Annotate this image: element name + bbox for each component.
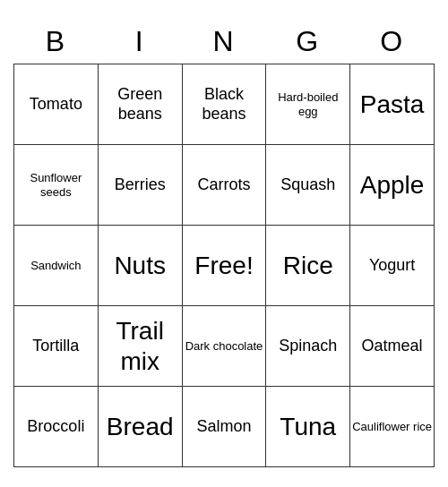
- bingo-header-letter: B: [14, 20, 99, 64]
- bingo-cell: Berries: [98, 145, 182, 226]
- bingo-cell: Free!: [182, 226, 266, 306]
- bingo-cell: Squash: [266, 145, 350, 226]
- bingo-cell: Broccoli: [14, 387, 99, 467]
- bingo-cell: Trail mix: [98, 306, 182, 387]
- cell-text: Tomato: [16, 95, 96, 115]
- cell-text: Sunflower seeds: [16, 171, 96, 199]
- cell-text: Spinach: [268, 337, 348, 356]
- cell-text: Squash: [268, 175, 348, 195]
- cell-text: Yogurt: [352, 256, 432, 276]
- cell-text: Tortilla: [16, 337, 96, 356]
- bingo-cell: Rice: [266, 226, 350, 306]
- bingo-cell: Tuna: [266, 387, 350, 467]
- cell-text: Tuna: [268, 412, 348, 442]
- bingo-cell: Yogurt: [350, 226, 435, 306]
- cell-text: Salmon: [185, 417, 264, 437]
- bingo-cell: Sandwich: [14, 226, 99, 306]
- cell-text: Pasta: [352, 90, 432, 120]
- bingo-cell: Nuts: [98, 226, 182, 306]
- bingo-row: BroccoliBreadSalmonTunaCauliflower rice: [14, 387, 435, 467]
- bingo-row: SandwichNutsFree!RiceYogurt: [14, 226, 435, 306]
- bingo-row: TortillaTrail mixDark chocolateSpinachOa…: [14, 306, 435, 387]
- cell-text: Apple: [352, 170, 432, 201]
- bingo-cell: Sunflower seeds: [14, 145, 99, 226]
- bingo-cell: Carrots: [182, 145, 266, 226]
- bingo-header-letter: O: [350, 20, 435, 64]
- bingo-cell: Salmon: [182, 387, 266, 467]
- cell-text: Oatmeal: [352, 337, 432, 356]
- cell-text: Trail mix: [100, 316, 180, 376]
- bingo-row: TomatoGreen beansBlack beansHard-boiled …: [14, 64, 435, 145]
- bingo-cell: Green beans: [98, 64, 182, 145]
- cell-text: Dark chocolate: [185, 339, 264, 354]
- bingo-header-letter: N: [182, 20, 266, 64]
- cell-text: Black beans: [185, 85, 264, 124]
- cell-text: Rice: [268, 251, 348, 281]
- cell-text: Broccoli: [16, 417, 96, 437]
- bingo-cell: Tomato: [14, 64, 99, 145]
- bingo-cell: Bread: [98, 387, 182, 467]
- cell-text: Sandwich: [16, 259, 96, 273]
- bingo-cell: Oatmeal: [350, 306, 435, 387]
- bingo-cell: Dark chocolate: [182, 306, 266, 387]
- cell-text: Green beans: [100, 85, 180, 124]
- bingo-cell: Black beans: [182, 64, 266, 145]
- cell-text: Berries: [100, 175, 180, 195]
- bingo-cell: Pasta: [350, 64, 435, 145]
- bingo-cell: Cauliflower rice: [350, 387, 435, 467]
- bingo-header-letter: G: [266, 20, 350, 64]
- bingo-row: Sunflower seedsBerriesCarrotsSquashApple: [14, 145, 435, 226]
- cell-text: Free!: [185, 251, 264, 281]
- cell-text: Bread: [100, 412, 180, 442]
- bingo-cell: Tortilla: [14, 306, 99, 387]
- bingo-header-letter: I: [98, 20, 182, 64]
- bingo-cell: Spinach: [266, 306, 350, 387]
- cell-text: Hard-boiled egg: [268, 90, 348, 118]
- bingo-cell: Apple: [350, 145, 435, 226]
- cell-text: Carrots: [185, 175, 264, 195]
- cell-text: Cauliflower rice: [352, 420, 432, 434]
- bingo-card: BINGO TomatoGreen beansBlack beansHard-b…: [13, 20, 435, 468]
- bingo-cell: Hard-boiled egg: [266, 64, 350, 145]
- cell-text: Nuts: [100, 251, 180, 281]
